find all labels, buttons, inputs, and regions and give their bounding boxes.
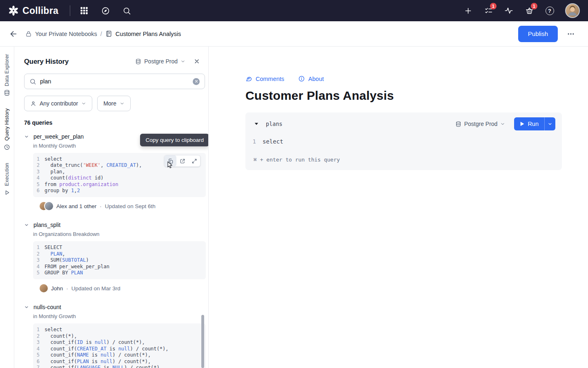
search-icon[interactable] [118,2,135,19]
code-line: 2 count(*), [33,333,203,339]
breadcrumb-separator: / [100,31,102,37]
close-icon [194,58,200,65]
basket-icon[interactable]: 1 [521,2,537,19]
query-item-header: plans_split [24,222,206,228]
query-list: per_week_per_plan in Monthly Growth 1sel… [14,130,208,368]
code-text: count_if(NAME is null) / count(*), [45,352,151,358]
code-text: count_if(ID is null) / count(*), [45,339,145,346]
help-icon[interactable]: ? [541,2,558,19]
line-number: 3 [33,169,45,175]
notebook-main: Comments About Customer Plans Analysis p… [209,47,588,368]
contributor-filter[interactable]: Any contributor [24,96,92,111]
query-code-block: 1select2 date_trunc('WEEK', CREATED_AT),… [33,153,206,197]
about-link[interactable]: About [298,75,324,82]
comment-icon [245,75,252,82]
expand-query-button[interactable] [188,155,200,166]
back-arrow-icon [9,29,18,38]
query-history-item: nulls-count in Monthly Growth 1select2 c… [14,301,208,368]
query-name[interactable]: plans_split [33,222,60,228]
back-button[interactable] [7,28,20,40]
top-navbar: Collibra [0,0,588,21]
search-icon [29,78,36,85]
close-icon [195,80,198,83]
cell-datasource-selector[interactable]: Postgre Prod [455,121,506,127]
collibra-logo[interactable]: Collibra [8,5,58,16]
collapse-caret-icon[interactable] [254,121,259,127]
comments-link[interactable]: Comments [245,75,284,82]
query-code-lines: 1SELECT2 PLAN,3 SUM(SUBTOTAL)4FROM per_w… [33,245,203,276]
query-location: in Monthly Growth [33,313,206,319]
chevron-down-icon [24,134,29,139]
code-text: count_if(LANGUAGE is NULL) / count(*) [45,365,160,368]
query-expander[interactable] [24,305,29,310]
run-hint: ⌘ + enter to run this query [250,157,557,170]
activity-pulse-icon[interactable] [501,2,517,19]
run-options-button[interactable] [544,117,555,130]
sidebar-tab-query-history[interactable]: Query History [4,108,10,150]
query-updated: Updated on Sept 6th [105,203,156,209]
cell-datasource-label: Postgre Prod [464,121,498,127]
add-icon[interactable] [460,2,476,19]
sidebar-tab-data-explorer[interactable]: Data Explorer [4,54,10,96]
database-icon [135,58,141,65]
query-name[interactable]: per_week_per_plan [33,133,84,140]
side-tab-strip: Data Explorer Query History Execution [0,47,14,368]
query-expander[interactable] [24,222,29,227]
line-number: 2 [33,162,45,168]
brand-wordmark: Collibra [22,5,58,16]
comments-link-label: Comments [256,76,284,82]
code-text: from product.organization [45,182,118,188]
close-panel-button[interactable] [192,56,202,66]
run-split-button: Run [514,117,555,130]
navbar-left-icons [76,2,135,19]
query-authors: John [51,285,63,292]
code-line: 2 PLAN, [33,251,203,257]
apps-grid-icon[interactable] [76,2,92,19]
breadcrumb-current: Customer Plans Analysis [116,31,181,37]
chevron-down-icon [500,121,505,126]
code-line: 4FROM per_week_per_plan [33,264,203,270]
search-input[interactable] [40,78,189,85]
panel-scrollbar[interactable] [201,315,204,368]
more-filter-label: More [103,100,116,107]
user-avatar[interactable] [565,3,580,18]
code-text: SELECT [45,245,62,251]
query-location: in Organizations Breakdown [33,231,206,237]
tasks-checklist-icon[interactable]: 1 [480,2,497,19]
datasource-selector[interactable]: Postgre Prod [135,58,185,65]
more-filter[interactable]: More [97,96,131,111]
breadcrumb: Your Private Notebooks / Customer Plans … [25,30,181,37]
cell-code-lines[interactable]: 1select [252,138,557,145]
code-text: date_trunc('WEEK', CREATED_AT), [45,162,142,168]
app-window: Collibra [0,0,588,368]
query-name[interactable]: nulls-count [33,304,61,310]
clear-search-button[interactable] [193,78,200,85]
more-menu-button[interactable] [564,27,578,41]
open-query-button[interactable] [176,155,188,166]
line-number: 3 [33,257,45,263]
datasource-label: Postgre Prod [144,58,178,65]
query-expander[interactable] [24,134,29,139]
code-line: 5from product.organization [33,182,203,188]
publish-button[interactable]: Publish [518,26,558,42]
compass-icon[interactable] [97,2,114,19]
chevron-down-icon [24,222,29,227]
notebook-links: Comments About [245,75,564,82]
code-text: count_if(PLAN is null) / count(*), [45,359,151,365]
contributor-filter-label: Any contributor [40,100,78,107]
line-number: 1 [252,138,263,145]
sidebar-tab-execution[interactable]: Execution [4,163,10,196]
code-line: 6 count_if(PLAN is null) / count(*), [33,359,203,365]
query-authors: Alex and 1 other [56,203,96,209]
code-line: 1select [33,327,203,333]
notebook-icon [105,30,112,37]
panel-header: Query History Postgre Prod [14,47,208,66]
code-line: 1select [252,138,557,145]
code-text: select [45,156,62,162]
run-button[interactable]: Run [514,117,544,130]
line-number: 2 [33,251,45,257]
play-icon [520,121,524,126]
filter-row: Any contributor More [24,96,205,111]
line-number: 5 [33,352,45,358]
breadcrumb-parent-link[interactable]: Your Private Notebooks [35,31,97,37]
